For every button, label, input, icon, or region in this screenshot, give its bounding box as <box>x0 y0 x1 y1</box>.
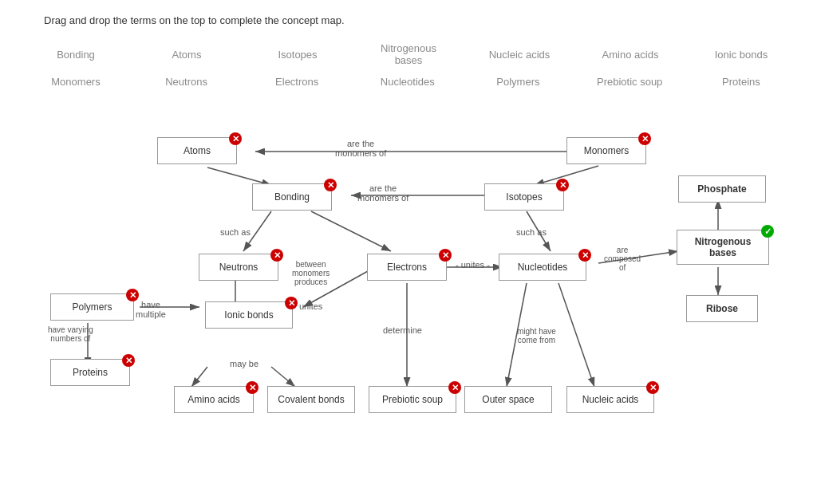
node-monomers-label: Monomers <box>584 145 630 156</box>
instructions: Drag and drop the terms on the top to co… <box>0 0 817 34</box>
node-neutrons-label: Neutrons <box>219 262 259 273</box>
node-proteins-label: Proteins <box>73 367 108 378</box>
node-covalent-bonds[interactable]: Covalent bonds <box>267 386 355 413</box>
node-nucleic-acids[interactable]: Nucleic acids ✕ <box>566 386 654 413</box>
label-might-have: might havecome from <box>517 327 556 345</box>
node-nitrogenous-label: Nitrogenous bases <box>687 236 759 258</box>
term-bonding[interactable]: Bonding <box>44 49 108 61</box>
node-nucleotides[interactable]: Nucleotides ✕ <box>499 254 586 281</box>
term-prebiotic-soup[interactable]: Prebiotic soup <box>597 76 662 88</box>
term-nucleic-acids[interactable]: Nucleic acids <box>487 49 551 61</box>
svg-line-22 <box>558 283 594 387</box>
node-neutrons[interactable]: Neutrons ✕ <box>199 254 278 281</box>
node-prebiotic-soup[interactable]: Prebiotic soup ✕ <box>369 386 456 413</box>
term-nitrogenous[interactable]: Nitrogenousbases <box>377 42 440 66</box>
term-atoms[interactable]: Atoms <box>155 49 219 61</box>
node-polymers-label: Polymers <box>72 301 112 313</box>
svg-line-18 <box>191 367 207 387</box>
node-nitrogenous[interactable]: Nitrogenous bases ✓ <box>677 230 769 265</box>
label-have-varying: have varyingnumbers of <box>48 325 93 343</box>
node-monomers[interactable]: Monomers ✕ <box>566 137 646 164</box>
node-phosphate-label: Phosphate <box>697 183 746 195</box>
check-nitrogenous[interactable]: ✓ <box>761 225 774 238</box>
remove-nucleic-acids[interactable]: ✕ <box>646 381 659 394</box>
node-nucleotides-label: Nucleotides <box>518 262 568 273</box>
label-such-as-1: such as <box>220 227 251 237</box>
remove-electrons[interactable]: ✕ <box>439 249 452 262</box>
node-amino-acids[interactable]: Amino acids ✕ <box>174 386 254 413</box>
label-may-be: may be <box>230 359 259 368</box>
node-isotopes-label: Isotopes <box>506 191 542 203</box>
terms-row-1: Bonding Atoms Isotopes Nitrogenousbases … <box>44 42 773 66</box>
concept-map: Atoms ✕ Monomers ✕ Bonding ✕ Isotopes ✕ … <box>0 104 817 447</box>
svg-line-19 <box>271 367 295 387</box>
node-outer-space[interactable]: Outer space <box>464 386 552 413</box>
node-ribose[interactable]: Ribose <box>686 295 758 322</box>
node-phosphate[interactable]: Phosphate <box>678 175 766 203</box>
node-proteins[interactable]: Proteins ✕ <box>50 359 130 386</box>
label-monomers-of-2: are themonomers of <box>357 183 408 203</box>
node-prebiotic-soup-label: Prebiotic soup <box>382 394 443 405</box>
node-isotopes[interactable]: Isotopes ✕ <box>484 183 564 211</box>
node-nucleic-acids-label: Nucleic acids <box>582 394 639 405</box>
term-ionic-bonds[interactable]: Ionic bonds <box>709 49 773 61</box>
remove-prebiotic[interactable]: ✕ <box>448 381 461 394</box>
node-ionic-bonds-label: Ionic bonds <box>224 309 273 321</box>
term-nucleotides[interactable]: Nucleotides <box>376 76 440 88</box>
term-monomers[interactable]: Monomers <box>44 76 108 88</box>
node-polymers[interactable]: Polymers ✕ <box>50 293 134 321</box>
label-determine: determine <box>383 325 422 335</box>
term-neutrons[interactable]: Neutrons <box>155 76 219 88</box>
remove-bonding[interactable]: ✕ <box>324 179 337 191</box>
term-electrons[interactable]: Electrons <box>265 76 329 88</box>
remove-polymers[interactable]: ✕ <box>126 289 139 301</box>
node-outer-space-label: Outer space <box>482 394 534 405</box>
node-atoms[interactable]: Atoms ✕ <box>157 137 237 164</box>
node-ribose-label: Ribose <box>706 303 738 314</box>
remove-atoms[interactable]: ✕ <box>229 132 242 145</box>
node-bonding-label: Bonding <box>274 191 310 203</box>
remove-neutrons[interactable]: ✕ <box>270 249 283 262</box>
remove-proteins[interactable]: ✕ <box>122 354 135 367</box>
terms-area: Bonding Atoms Isotopes Nitrogenousbases … <box>0 34 817 104</box>
remove-ionic-bonds[interactable]: ✕ <box>285 297 298 309</box>
remove-amino-acids[interactable]: ✕ <box>246 381 259 394</box>
svg-line-4 <box>207 167 271 185</box>
node-ionic-bonds[interactable]: Ionic bonds ✕ <box>205 301 293 329</box>
label-such-as-2: such as <box>516 227 547 237</box>
node-electrons-label: Electrons <box>387 262 427 273</box>
node-atoms-label: Atoms <box>184 145 211 156</box>
node-covalent-bonds-label: Covalent bonds <box>278 394 344 405</box>
term-polymers[interactable]: Polymers <box>486 76 550 88</box>
label-composed: arecomposedof <box>604 246 641 272</box>
svg-line-7 <box>311 211 391 251</box>
label-between: betweenmonomersproduces <box>292 260 330 286</box>
terms-row-2: Monomers Neutrons Electrons Nucleotides … <box>44 76 773 88</box>
term-proteins[interactable]: Proteins <box>709 76 773 88</box>
label-unites-2: - unites - <box>456 260 490 270</box>
remove-nucleotides[interactable]: ✕ <box>578 249 591 262</box>
term-isotopes[interactable]: Isotopes <box>266 49 330 61</box>
label-have-multiple: havemultiple <box>136 300 166 319</box>
label-monomers-of-1: are themonomers of <box>335 139 386 158</box>
label-unites-1: unites <box>299 301 322 311</box>
remove-isotopes[interactable]: ✕ <box>556 179 569 191</box>
node-bonding[interactable]: Bonding ✕ <box>252 183 332 211</box>
term-amino-acids[interactable]: Amino acids <box>598 49 662 61</box>
remove-monomers[interactable]: ✕ <box>638 132 651 145</box>
node-amino-acids-label: Amino acids <box>187 394 239 405</box>
node-electrons[interactable]: Electrons ✕ <box>367 254 447 281</box>
